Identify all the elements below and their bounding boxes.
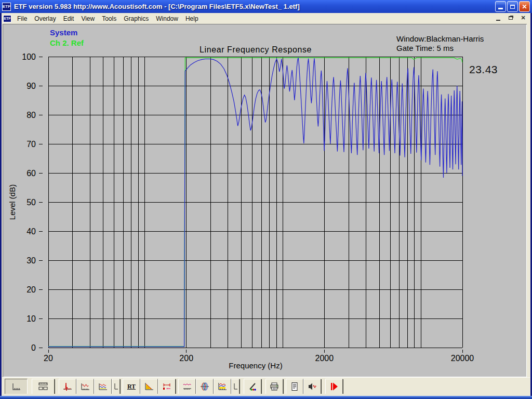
window-bottom-border [0, 396, 532, 399]
frequency-response-chart: 202002000200000102030405060708090100Line… [3, 24, 526, 377]
mdi-restore-button[interactable] [507, 14, 515, 22]
phase-icon [199, 381, 210, 392]
close-button[interactable]: ✕ [519, 1, 530, 12]
notes-button[interactable] [286, 379, 303, 394]
svg-text:90: 90 [26, 82, 36, 90]
print-button[interactable] [265, 379, 283, 394]
window-title: ETF version 5.983 http://www.Acoustisoft… [14, 3, 300, 10]
audio-signal-icon [307, 381, 318, 392]
mini-axis-button[interactable] [112, 379, 120, 394]
minimize-icon [498, 8, 503, 9]
rt60-button[interactable]: RT [123, 379, 140, 394]
phase-button[interactable] [196, 379, 214, 394]
gate-time-label: Gate Time: 5 ms [396, 44, 484, 53]
spectrogram-icon [217, 381, 228, 392]
svg-text:Linear Frequency Response: Linear Frequency Response [200, 45, 312, 54]
analysis-info: Window:Blackman-Harris Gate Time: 5 ms [396, 34, 484, 53]
overlay-curves-icon [97, 381, 109, 392]
axes-icon [10, 381, 22, 392]
smoothed-response-button[interactable] [178, 379, 196, 394]
application-window: ETF ETF version 5.983 http://www.Acousti… [0, 0, 532, 399]
annotate-colors-icon [247, 381, 258, 392]
mdi-minimize-button[interactable] [494, 14, 502, 22]
menu-overlay[interactable]: Overlay [31, 14, 59, 23]
frequency-response-icon [79, 381, 91, 392]
mdi-minimize-icon [496, 20, 500, 21]
impulse-response-button[interactable] [59, 379, 76, 394]
notes-icon [289, 381, 300, 392]
svg-text:200: 200 [179, 354, 193, 363]
smoothed-response-icon [181, 381, 193, 392]
toolbar: RT [2, 377, 530, 394]
mini-axis-icon-2 [232, 381, 238, 392]
mini-axis-button-2[interactable] [231, 379, 240, 394]
menu-tools[interactable]: Tools [98, 14, 120, 23]
energy-decay-button[interactable] [140, 379, 158, 394]
restore-button[interactable] [507, 1, 518, 12]
document-icon: ETF [3, 15, 11, 22]
gate-markers-icon [161, 381, 172, 392]
svg-text:40: 40 [26, 227, 36, 236]
menu-edit[interactable]: Edit [60, 14, 78, 23]
legend-system: System [50, 28, 77, 37]
window-layout-button[interactable] [32, 379, 55, 394]
svg-text:20000: 20000 [451, 354, 474, 363]
title-bar: ETF ETF version 5.983 http://www.Acousti… [0, 0, 532, 13]
frequency-response-button[interactable] [76, 379, 94, 394]
chart-client-area: 202002000200000102030405060708090100Line… [3, 24, 527, 377]
svg-text:30: 30 [26, 256, 36, 265]
svg-text:20: 20 [44, 354, 53, 363]
menu-graphics[interactable]: Graphics [120, 14, 152, 23]
annotate-colors-button[interactable] [244, 379, 261, 394]
gate-markers-button[interactable] [158, 379, 176, 394]
svg-text:70: 70 [26, 140, 36, 149]
spectrogram-button[interactable] [214, 379, 231, 394]
svg-text:20: 20 [26, 285, 36, 294]
overlay-curves-button[interactable] [94, 379, 112, 394]
svg-text:Frequency (Hz): Frequency (Hz) [229, 361, 282, 370]
svg-text:60: 60 [26, 169, 36, 178]
svg-text:10: 10 [26, 314, 36, 323]
svg-text:0: 0 [31, 343, 36, 352]
menu-help[interactable]: Help [182, 14, 202, 23]
menu-bar: ETF File Overlay Edit View Tools Graphic… [2, 13, 530, 24]
energy-decay-icon [143, 381, 155, 392]
menu-file[interactable]: File [14, 14, 31, 23]
cursor-readout-value: 23.43 [469, 63, 498, 76]
restore-icon [510, 5, 515, 9]
measure-start-button[interactable] [325, 379, 343, 394]
measure-start-icon [328, 381, 340, 392]
rt60-label: RT [127, 383, 136, 391]
app-icon: ETF [2, 3, 11, 11]
svg-text:50: 50 [26, 198, 36, 207]
mdi-close-button[interactable]: ✕ [519, 14, 527, 22]
legend-ch2-ref: Ch 2. Ref [50, 38, 84, 47]
mdi-close-icon: ✕ [521, 15, 525, 21]
window-function-label: Window:Blackman-Harris [396, 34, 484, 44]
svg-text:100: 100 [22, 52, 36, 61]
window-layout-icon [37, 381, 49, 392]
print-icon [269, 381, 280, 392]
impulse-response-icon [62, 381, 73, 392]
axes-button[interactable] [5, 379, 28, 394]
mdi-restore-icon [509, 16, 513, 20]
menu-view[interactable]: View [77, 14, 98, 23]
svg-text:80: 80 [26, 111, 36, 119]
svg-text:Level (dB): Level (dB) [8, 184, 17, 220]
close-icon: ✕ [522, 4, 527, 10]
audio-signal-button[interactable] [303, 379, 321, 394]
minimize-button[interactable] [495, 1, 506, 12]
menu-window[interactable]: Window [152, 14, 182, 23]
svg-text:2000: 2000 [315, 354, 334, 363]
mini-axis-icon [113, 381, 119, 392]
